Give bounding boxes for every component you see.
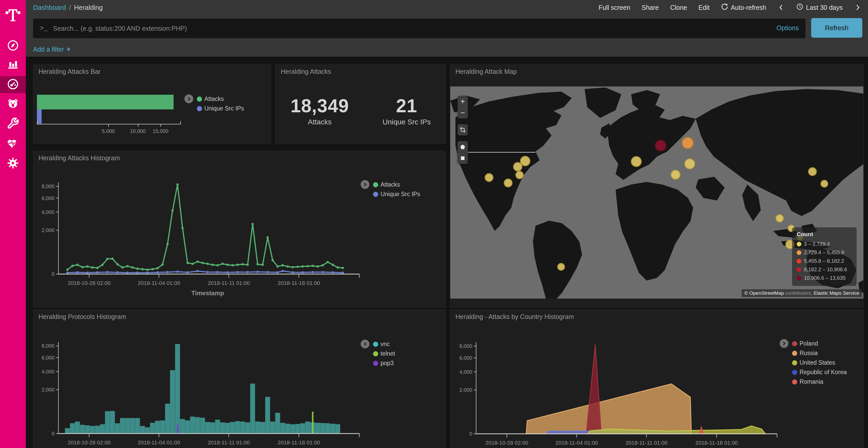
attack-bubble-yellow[interactable] (820, 180, 828, 187)
sidebar-item-devtools[interactable] (0, 115, 26, 132)
legend-toggle-icon[interactable] (184, 95, 193, 103)
legend-dot (792, 379, 797, 384)
attack-bubble-orange[interactable] (682, 137, 693, 149)
sidebar-item-dashboard[interactable] (0, 76, 26, 93)
share-button[interactable]: Share (642, 4, 659, 11)
panel-attacks-histogram: Heralding Attacks Histogram 02,0004,0006… (33, 151, 445, 308)
legend-item[interactable]: pop3 (373, 358, 395, 368)
panel-title: Heralding Attack Map (456, 68, 517, 75)
legend-item[interactable]: United States (792, 358, 847, 368)
attack-bubble-yellow[interactable] (631, 156, 642, 167)
svg-text:0: 0 (52, 271, 55, 277)
compass-icon (7, 39, 19, 53)
legend-item[interactable]: Unique Src IPs (373, 189, 420, 199)
svg-text:2,000: 2,000 (41, 227, 55, 233)
axis-end-cap (37, 121, 37, 125)
map-legend: Count 3 – 2,729.42,729.4 – 5,455.85,455.… (792, 227, 857, 286)
breadcrumb-separator: / (69, 4, 71, 12)
map-legend-item[interactable]: 5,455.8 – 8,182.2 (797, 257, 852, 265)
svg-text:8,000: 8,000 (459, 343, 472, 349)
osm-link[interactable]: © OpenStreetMap (744, 290, 784, 296)
sidebar-item-visualize[interactable] (0, 56, 26, 73)
world-map[interactable]: + − Count (450, 87, 863, 299)
edit-button[interactable]: Edit (699, 4, 710, 11)
time-range-picker[interactable]: Last 30 days (796, 3, 843, 12)
map-legend-dot (797, 267, 801, 272)
attack-bubble-yellow[interactable] (684, 159, 695, 169)
attack-bubble-yellow[interactable] (485, 173, 493, 182)
svg-text:6,000: 6,000 (41, 355, 55, 360)
clone-button[interactable]: Clone (670, 4, 687, 11)
svg-text:2,000: 2,000 (41, 387, 55, 392)
telekom-logo[interactable] (0, 4, 26, 26)
legend-item[interactable]: vnc (373, 339, 395, 349)
attack-bubble-yellow[interactable] (513, 162, 522, 171)
legend-item[interactable]: Romania (792, 377, 847, 387)
attack-bubble-darkred[interactable] (655, 140, 666, 151)
add-filter-button[interactable]: Add a filter+ (33, 45, 70, 54)
map-legend-item[interactable]: 3 – 2,729.4 (797, 240, 852, 248)
map-legend-label: 5,455.8 – 8,182.2 (804, 258, 844, 264)
legend-item[interactable]: Poland (792, 339, 847, 348)
legend-dot (373, 182, 378, 187)
breadcrumb-dashboard[interactable]: Dashboard (33, 4, 66, 12)
legend-item[interactable]: Unique Src IPs (197, 104, 244, 113)
attack-bubble-yellow[interactable] (516, 171, 524, 179)
country-histogram-chart: 02,0004,0006,0008,0002018-10-28 02:00201… (452, 341, 779, 447)
fullscreen-button[interactable]: Full screen (598, 4, 630, 11)
auto-refresh-button[interactable]: Auto-refresh (721, 3, 767, 12)
legend-dot (197, 106, 202, 111)
legend-dot (373, 351, 378, 356)
axis-tick (138, 125, 138, 127)
polygon-select-button[interactable] (458, 141, 468, 152)
bar-attacks[interactable] (37, 95, 174, 109)
rectangle-select-button[interactable] (458, 152, 468, 164)
map-legend-item[interactable]: 2,729.4 – 5,455.8 (797, 248, 852, 257)
attack-bubble-yellow[interactable] (776, 214, 784, 222)
terminal-prompt-icon: >_ (40, 25, 48, 32)
attack-bubble-yellow[interactable] (557, 263, 565, 271)
legend-item[interactable]: telnet (373, 349, 395, 358)
sidebar-item-discover[interactable] (0, 37, 26, 55)
time-forward-button[interactable] (854, 4, 861, 11)
svg-text:6,000: 6,000 (459, 355, 472, 361)
legend-item[interactable]: Republic of Korea (792, 368, 847, 377)
legend-item[interactable]: Russia (792, 348, 847, 358)
attacks-histogram-chart: 02,0004,0006,0008,0002018-10-28 02:00201… (34, 181, 362, 287)
sidebar-item-monitoring[interactable] (0, 135, 26, 152)
legend-dot (197, 97, 202, 102)
panel-title: Heralding - Attacks by Country Histogram (456, 313, 574, 320)
svg-text:6,000: 6,000 (41, 195, 55, 201)
attack-bubble-yellow[interactable] (504, 179, 513, 187)
legend-item[interactable]: Attacks (197, 94, 244, 104)
legend-dot (373, 192, 378, 197)
map-legend-item[interactable]: 8,182.2 – 10,908.6 (797, 265, 852, 274)
legend-item[interactable]: Attacks (373, 180, 420, 189)
zoom-in-button[interactable]: + (458, 96, 468, 107)
legend-toggle-icon[interactable] (361, 180, 369, 189)
options-link[interactable]: Options (777, 24, 799, 32)
search-input[interactable] (53, 25, 805, 32)
legend-label: Russia (800, 350, 817, 357)
search-box: >_ Options (33, 19, 805, 38)
bar-unique-src-ips[interactable] (37, 109, 41, 124)
metric-value: 21 (382, 95, 431, 116)
time-back-button[interactable] (778, 4, 785, 11)
sidebar-item-management[interactable] (0, 155, 26, 172)
svg-text:2018-11-11 01:00: 2018-11-11 01:00 (208, 440, 250, 445)
svg-text:2018-11-18 01:00: 2018-11-18 01:00 (695, 440, 738, 446)
refresh-button[interactable]: Refresh (811, 18, 862, 38)
legend-toggle-icon[interactable] (361, 340, 369, 348)
zoom-out-button[interactable]: − (458, 107, 468, 118)
map-legend-item[interactable]: 10,908.6 – 13,635 (797, 274, 852, 282)
crop-tool-button[interactable] (458, 124, 468, 136)
attack-bubble-yellow[interactable] (671, 170, 680, 180)
legend-label: Attacks (380, 181, 400, 188)
legend-toggle-icon[interactable] (780, 339, 788, 348)
svg-text:2018-11-18 01:00: 2018-11-18 01:00 (278, 280, 320, 286)
sidebar-item-tpot[interactable] (0, 96, 26, 112)
svg-text:2018-11-04 01:00: 2018-11-04 01:00 (138, 440, 180, 445)
attack-bubble-yellow[interactable] (808, 167, 817, 176)
ems-link[interactable]: Elastic Maps Service (814, 290, 859, 296)
heartbeat-icon (7, 137, 19, 150)
